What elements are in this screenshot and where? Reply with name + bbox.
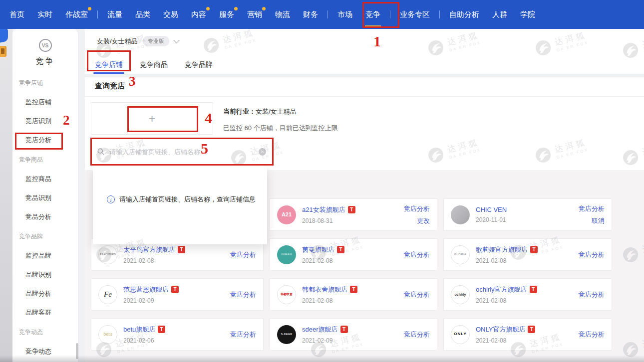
notification-dot-icon — [88, 7, 91, 10]
store-monitor-date: 2021-02-06 — [123, 337, 165, 344]
nav-item-营销[interactable]: 营销 — [241, 0, 269, 29]
store-card: S·DEER sdeer旗舰店 T 2021-02-09 竞店分析 — [270, 318, 437, 351]
sidebar-menu: 竞争店铺 监控店铺竞店识别竞店分析 竞争商品 监控商品竞品识别竞品分析 竞争品牌… — [12, 79, 78, 355]
nav-item-服务[interactable]: 服务 — [213, 0, 241, 29]
tab-竞争品牌[interactable]: 竞争品牌 — [185, 59, 213, 72]
add-store-button[interactable]: + — [91, 102, 213, 135]
store-action-竞店分析[interactable]: 竞店分析 — [404, 330, 430, 339]
sidebar-item-竞店识别[interactable]: 竞店识别 — [25, 117, 78, 125]
nav-divider — [327, 10, 328, 18]
sidebar-item-竞品分析[interactable]: 竞品分析 — [25, 212, 78, 220]
main-tabs: 竞争店铺竞争商品竞争品牌 — [95, 59, 213, 72]
store-logo: ONLY — [451, 325, 470, 344]
nav-divider — [439, 10, 440, 18]
store-card: INMAN 茵曼旗舰店 T 2021-02-08 竞店分析 — [270, 238, 437, 271]
main-header: 女装/女士精品 专业版 竞争店铺竞争商品竞争品牌 — [85, 29, 644, 74]
store-name-link[interactable]: ochirly官方旗舰店 — [476, 285, 527, 294]
sidebar-item-监控店铺[interactable]: 监控店铺 — [25, 98, 78, 106]
store-monitor-date: 2021-02-08 — [123, 257, 185, 264]
tab-竞争商品[interactable]: 竞争商品 — [140, 59, 168, 72]
store-action-竞店分析[interactable]: 竞店分析 — [230, 290, 256, 299]
store-actions: 竞店分析 — [404, 330, 430, 339]
nav-item-交易[interactable]: 交易 — [157, 0, 185, 29]
store-action-竞店分析[interactable]: 竞店分析 — [404, 250, 430, 259]
store-action-竞店分析[interactable]: 竞店分析 — [230, 250, 256, 259]
sidebar-item-竞争动态[interactable]: 竞争动态 — [25, 347, 78, 355]
store-name-link[interactable]: sdeer旗舰店 — [302, 325, 338, 334]
nav-item-市场[interactable]: 市场 — [331, 0, 359, 29]
store-logo: ochirly — [451, 285, 470, 304]
store-logo: 韩都衣舍 — [277, 285, 296, 304]
sidebar-group-label: 竞争动态 — [19, 328, 78, 336]
sidebar-item-品牌识别[interactable]: 品牌识别 — [25, 270, 78, 278]
tmall-badge-icon: T — [171, 286, 179, 293]
nav-item-人群[interactable]: 人群 — [486, 0, 514, 29]
store-action-取消[interactable]: 取消 — [592, 216, 605, 225]
store-name-link[interactable]: CHIC VEN — [476, 206, 507, 213]
nav-item-品类[interactable]: 品类 — [129, 0, 157, 29]
store-logo: INMAN — [277, 245, 296, 264]
clear-input-icon[interactable]: × — [259, 148, 266, 156]
sidebar-scrollbar[interactable] — [76, 343, 78, 359]
nav-item-首页[interactable]: 首页 — [3, 0, 31, 29]
sidebar-item-竞店分析[interactable]: 竞店分析 — [25, 136, 78, 144]
left-edge-rail — [0, 29, 12, 362]
store-name-link[interactable]: 太平鸟官方旗舰店 — [123, 245, 175, 254]
store-action-更改[interactable]: 更改 — [417, 216, 430, 225]
tab-竞争店铺[interactable]: 竞争店铺 — [95, 59, 123, 72]
store-name-link[interactable]: 茵曼旗舰店 — [302, 245, 334, 254]
tmall-badge-icon: T — [348, 206, 355, 213]
sidebar-group: 竞争店铺 监控店铺竞店识别竞店分析 — [12, 79, 78, 144]
store-action-竞店分析[interactable]: 竞店分析 — [404, 290, 430, 299]
industry-selector[interactable]: 女装/女士精品 专业版 — [97, 36, 179, 46]
store-monitor-date: 2021-02-08 — [302, 257, 344, 264]
sidebar-item-品牌客群[interactable]: 品牌客群 — [25, 308, 78, 316]
section-title: 查询竞店 — [95, 81, 125, 91]
store-name-link[interactable]: a21女装旗舰店 — [302, 205, 345, 214]
store-actions: 竞店分析 — [230, 250, 256, 259]
sidebar-item-监控品牌[interactable]: 监控品牌 — [25, 251, 78, 259]
store-name-link[interactable]: ONLY官方旗舰店 — [476, 325, 525, 334]
store-action-竞店分析[interactable]: 竞店分析 — [579, 290, 605, 299]
sidebar-item-竞品识别[interactable]: 竞品识别 — [25, 193, 78, 201]
current-industry-text: 当前行业：女装/女士精品 — [223, 107, 297, 116]
store-name-link[interactable]: 韩都衣舍旗舰店 — [302, 285, 347, 294]
store-name-link[interactable]: 歌莉娅官方旗舰店 — [476, 245, 528, 254]
nav-item-作战室[interactable]: 作战室 — [59, 0, 94, 29]
store-search-box: × — [91, 139, 272, 165]
notification-dot-icon — [206, 7, 210, 10]
store-action-竞店分析[interactable]: 竞店分析 — [230, 330, 256, 339]
nav-item-物流[interactable]: 物流 — [269, 0, 297, 29]
sidebar-item-品牌分析[interactable]: 品牌分析 — [25, 289, 78, 297]
competition-icon: VS — [39, 39, 52, 52]
store-actions: 竞店分析 — [579, 250, 605, 259]
nav-item-内容[interactable]: 内容 — [185, 0, 213, 29]
monitor-status-text: 已监控 60 个店铺，目前已达到监控上限 — [223, 124, 338, 133]
store-action-竞店分析[interactable]: 竞店分析 — [579, 204, 605, 213]
store-logo: A21 — [277, 205, 296, 224]
sidebar-group-label: 竞争商品 — [19, 156, 78, 164]
store-name-link[interactable]: 范思蓝恩旗舰店 — [123, 285, 169, 294]
store-action-竞店分析[interactable]: 竞店分析 — [579, 330, 605, 339]
store-action-竞店分析[interactable]: 竞店分析 — [579, 250, 605, 259]
nav-item-财务[interactable]: 财务 — [297, 0, 324, 29]
notification-dot-icon — [262, 7, 266, 10]
store-action-竞店分析[interactable]: 竞店分析 — [404, 204, 430, 213]
store-name-link[interactable]: betu旗舰店 — [123, 325, 155, 334]
store-search-input[interactable] — [108, 148, 259, 156]
store-actions: 竞店分析 — [404, 290, 430, 299]
sidebar-item-监控商品[interactable]: 监控商品 — [25, 175, 78, 182]
tmall-badge-icon: T — [158, 326, 165, 333]
tmall-badge-icon: T — [350, 286, 357, 293]
nav-item-业务专区[interactable]: 业务专区 — [393, 0, 436, 29]
nav-item-学院[interactable]: 学院 — [514, 0, 542, 29]
nav-item-竞争[interactable]: 竞争 — [359, 0, 387, 29]
nav-item-流量[interactable]: 流量 — [101, 0, 129, 29]
edge-yellow-tab — [0, 46, 6, 57]
store-logo: PEACEBIRD — [98, 245, 117, 264]
nav-item-自助分析[interactable]: 自助分析 — [443, 0, 486, 29]
sidebar-group: 竞争商品 监控商品竞品识别竞品分析 — [12, 156, 78, 220]
store-actions: 竞店分析 — [404, 250, 430, 259]
sidebar: VS 竞争 竞争店铺 监控店铺竞店识别竞店分析 竞争商品 监控商品竞品识别竞品分… — [12, 29, 78, 362]
nav-item-实时[interactable]: 实时 — [31, 0, 59, 29]
